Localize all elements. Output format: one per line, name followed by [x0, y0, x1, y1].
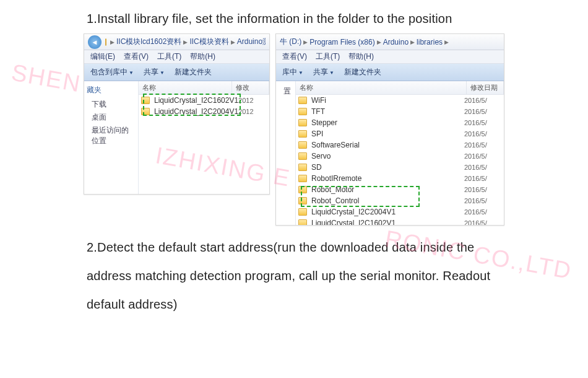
folder-icon	[298, 197, 307, 204]
file-date: 2016/5/	[464, 108, 501, 115]
file-name: LiquidCrystal_I2C2004V1	[154, 107, 238, 116]
breadcrumb-item[interactable]: 牛 (D:)	[280, 37, 301, 47]
list-item[interactable]: Robot_Motor2016/5/	[296, 184, 504, 195]
list-item[interactable]: LiquidCrystal_I2C1602V12016/5/	[296, 218, 504, 225]
nav-favorites[interactable]: 藏夹	[87, 85, 136, 95]
breadcrumb-item[interactable]: Arduino测试程序	[237, 37, 266, 47]
file-date: 2016/5/	[464, 152, 501, 160]
new-folder[interactable]: 新建文件夹	[344, 67, 381, 77]
file-date: 2016/5/	[464, 186, 501, 193]
breadcrumb-item[interactable]: IIC模块lcd1602资料	[116, 37, 181, 47]
file-name: SoftwareSerial	[311, 141, 360, 149]
explorer-window-target: 牛 (D:) ▶ Program Files (x86) ▶ Arduino ▶…	[275, 33, 504, 226]
breadcrumb-item[interactable]: Program Files (x86)	[309, 38, 374, 46]
list-item[interactable]: Robot_Control2016/5/	[296, 195, 504, 206]
nav-item-downloads[interactable]: 下载	[87, 98, 136, 111]
file-date: 2016/5/	[464, 119, 501, 126]
menu-view[interactable]: 查看(V)	[124, 51, 149, 62]
file-name: LiquidCrystal_I2C1602V1	[154, 96, 238, 105]
menu-help[interactable]: 帮助(H)	[190, 51, 215, 62]
back-button[interactable]: ◄	[88, 35, 102, 49]
breadcrumb-item[interactable]: IIC模块资料	[189, 37, 228, 47]
chevron-right-icon: ▶	[303, 39, 308, 45]
breadcrumb-item[interactable]: libraries	[417, 38, 443, 46]
folder-icon	[298, 152, 307, 160]
chevron-right-icon: ▶	[410, 39, 415, 45]
chevron-right-icon: ▶	[110, 39, 115, 45]
menu-view[interactable]: 查看(V)	[282, 51, 307, 62]
nav-pane: 藏夹 下载 桌面 最近访问的位置	[84, 81, 139, 194]
menu-bar: 编辑(E) 查看(V) 工具(T) 帮助(H)	[84, 50, 269, 64]
file-name: Robot_Motor	[311, 185, 354, 194]
folder-icon	[298, 164, 307, 171]
explorer-window-source: ◄ ▶ IIC模块lcd1602资料 ▶ IIC模块资料 ▶ Arduino测试…	[84, 33, 270, 195]
folder-icon	[105, 38, 106, 46]
new-folder[interactable]: 新建文件夹	[175, 67, 212, 77]
column-headers[interactable]: 名称 修改日期	[296, 81, 504, 95]
file-name: RobotIRremote	[311, 174, 361, 183]
address-bar[interactable]: ◄ ▶ IIC模块lcd1602资料 ▶ IIC模块资料 ▶ Arduino测试…	[84, 34, 269, 50]
chevron-right-icon: ▶	[444, 39, 449, 45]
list-item[interactable]: RobotIRremote2016/5/	[296, 173, 504, 184]
file-date: 2012	[238, 108, 267, 115]
menu-tools[interactable]: 工具(T)	[316, 51, 340, 62]
column-date[interactable]: 修改日期	[467, 81, 504, 94]
column-name[interactable]: 名称	[139, 81, 232, 94]
file-date: 2016/5/	[464, 175, 501, 182]
column-name[interactable]: 名称	[296, 81, 467, 94]
file-date: 2016/5/	[464, 97, 501, 104]
file-name: Robot_Control	[311, 196, 359, 205]
list-item[interactable]: SoftwareSerial2016/5/	[296, 139, 504, 151]
file-name: Stepper	[311, 118, 337, 127]
list-item[interactable]: SPI2016/5/	[296, 128, 504, 139]
share[interactable]: 共享▼	[313, 67, 334, 77]
column-headers[interactable]: 名称 修改	[139, 81, 269, 95]
share[interactable]: 共享▼	[144, 67, 165, 77]
folder-icon	[298, 208, 307, 216]
list-item[interactable]: LiquidCrystal_I2C1602V1 2012	[139, 95, 269, 106]
file-name: LiquidCrystal_I2C2004V1	[311, 208, 396, 216]
list-item[interactable]: TFT2016/5/	[296, 106, 504, 117]
list-item[interactable]: Stepper2016/5/	[296, 117, 504, 128]
instruction-step-1: 1.Install library file, set the informat…	[0, 0, 588, 32]
chevron-right-icon: ▶	[377, 39, 381, 45]
file-list: 名称 修改日期 WiFi2016/5/TFT2016/5/Stepper2016…	[296, 81, 504, 225]
file-name: LiquidCrystal_I2C1602V1	[311, 219, 396, 225]
folder-icon	[298, 141, 307, 149]
list-item[interactable]: WiFi2016/5/	[296, 95, 504, 106]
tool-bar: 库中▼ 共享▼ 新建文件夹	[276, 64, 504, 81]
file-date: 2016/5/	[464, 164, 501, 171]
nav-item-desktop[interactable]: 桌面	[87, 111, 136, 124]
list-item[interactable]: LiquidCrystal_I2C2004V1 2012	[139, 106, 269, 117]
folder-icon	[141, 108, 150, 115]
menu-edit[interactable]: 编辑(E)	[90, 51, 115, 62]
nav-item-recent[interactable]: 最近访问的位置	[87, 124, 136, 147]
menu-bar: 查看(V) 工具(T) 帮助(H)	[276, 50, 504, 64]
file-name: Servo	[311, 152, 331, 160]
list-item[interactable]: LiquidCrystal_I2C2004V12016/5/	[296, 206, 504, 218]
file-name: SD	[311, 163, 322, 172]
list-item[interactable]: Servo2016/5/	[296, 151, 504, 162]
file-date: 2016/5/	[464, 141, 501, 149]
file-date: 2016/5/	[464, 130, 501, 138]
menu-tools[interactable]: 工具(T)	[157, 51, 181, 62]
folder-icon	[298, 130, 307, 138]
file-name: SPI	[311, 130, 323, 138]
address-bar[interactable]: 牛 (D:) ▶ Program Files (x86) ▶ Arduino ▶…	[276, 34, 504, 50]
file-name: WiFi	[311, 96, 326, 105]
file-list: 名称 修改 LiquidCrystal_I2C1602V1 2012 Liqui…	[139, 81, 269, 194]
column-date[interactable]: 修改	[232, 81, 269, 94]
list-item[interactable]: SD2016/5/	[296, 162, 504, 173]
nav-item[interactable]: 置	[279, 85, 293, 98]
folder-icon	[298, 175, 307, 182]
include-in-library[interactable]: 库中▼	[282, 67, 303, 77]
instruction-step-2: 2.Detect the default start address(run t…	[0, 226, 588, 319]
breadcrumb[interactable]: 牛 (D:) ▶ Program Files (x86) ▶ Arduino ▶…	[280, 37, 500, 47]
breadcrumb-item[interactable]: Arduino	[383, 38, 409, 46]
folder-icon	[298, 186, 307, 193]
menu-help[interactable]: 帮助(H)	[348, 51, 374, 62]
breadcrumb[interactable]: ▶ IIC模块lcd1602资料 ▶ IIC模块资料 ▶ Arduino测试程序…	[105, 37, 266, 47]
include-in-library[interactable]: 包含到库中▼	[90, 67, 134, 77]
folder-icon	[141, 97, 150, 104]
chevron-right-icon: ▶	[231, 39, 235, 45]
